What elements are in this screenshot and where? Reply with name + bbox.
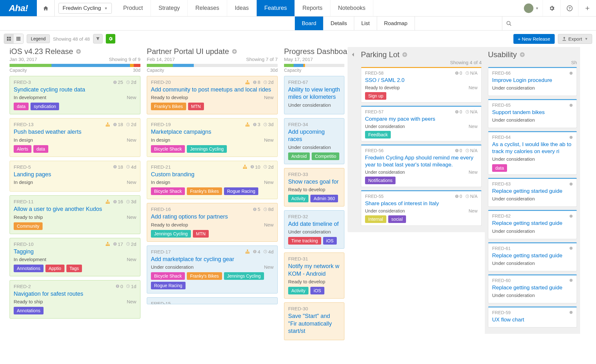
subnav-tab-details[interactable]: Details	[323, 17, 354, 30]
tag[interactable]: Tags	[66, 265, 82, 272]
tag[interactable]: Annotations	[14, 307, 44, 314]
feature-card[interactable]: FRED-33Show races goal forReady to devel…	[284, 168, 344, 206]
feature-card[interactable]: FRED-13! 18 2dPush based weather alertsI…	[10, 118, 140, 157]
tag[interactable]: Franky's Bikes	[151, 103, 186, 110]
feature-card[interactable]: FRED-67Ability to view length miles or k…	[284, 76, 344, 114]
add-icon[interactable]	[578, 0, 596, 16]
tag[interactable]: Alerts	[14, 145, 31, 153]
tag[interactable]: Notifications	[365, 177, 396, 184]
add-feature-icon[interactable]	[76, 49, 81, 54]
feature-card[interactable]: FRED-17! 4 4dAdd marketplace for cycling…	[147, 246, 278, 293]
tag[interactable]: Admin 360	[310, 195, 338, 202]
feature-card[interactable]: FRED-2! 0 1dNavigation for safest routes…	[10, 280, 140, 319]
tag[interactable]: iOS	[310, 287, 324, 294]
feature-card[interactable]: FRED-66Improve Login procedureUnder cons…	[488, 67, 577, 96]
tag[interactable]: data	[33, 145, 48, 153]
tag[interactable]: Activity	[288, 195, 308, 202]
tag[interactable]: Bicycle Shack	[151, 145, 185, 153]
tag[interactable]: Franky's Bikes	[187, 187, 222, 195]
tag[interactable]: Community	[14, 222, 43, 230]
board-settings-button[interactable]	[106, 34, 115, 44]
nav-item-features[interactable]: Features	[257, 0, 295, 16]
tag[interactable]: Franky's Bikes	[187, 272, 222, 280]
tag[interactable]: Activity	[288, 287, 308, 294]
tag[interactable]: Android	[288, 152, 310, 160]
add-feature-icon[interactable]	[519, 52, 525, 57]
nav-item-product[interactable]: Product	[116, 0, 151, 16]
add-feature-icon[interactable]	[232, 49, 237, 54]
tag[interactable]: iOS	[323, 237, 337, 245]
view-card-icon[interactable]	[4, 34, 14, 44]
tag[interactable]: MTN	[188, 103, 204, 110]
card-status: Ready to develop	[151, 222, 188, 227]
feature-card[interactable]: FRED-20! 8 2dAdd community to post meetu…	[147, 76, 278, 114]
feature-card[interactable]: FRED-63Replace getting started guideUnde…	[488, 178, 577, 207]
export-button[interactable]: Export ▼	[558, 34, 592, 44]
feature-card[interactable]: FRED-19! 3 3dMarketplace campaignsIn des…	[147, 118, 278, 157]
subnav-tab-list[interactable]: List	[354, 17, 377, 30]
subnav-tab-roadmap[interactable]: Roadmap	[377, 17, 415, 30]
tag[interactable]: Sign up	[365, 92, 386, 100]
add-feature-icon[interactable]	[402, 52, 408, 57]
settings-icon[interactable]	[543, 0, 560, 16]
feature-card[interactable]: FRED-31Notify my network w KOM - Android…	[284, 253, 344, 299]
view-grid-icon[interactable]	[14, 34, 23, 44]
collapse-icon[interactable]	[351, 51, 356, 58]
tag[interactable]: Jennings Cycling	[151, 230, 191, 238]
app-logo[interactable]: Aha!	[0, 0, 37, 16]
feature-card[interactable]: FRED-55! 0 N/AShare places of interest i…	[361, 190, 482, 226]
filter-button[interactable]	[93, 34, 103, 44]
tag[interactable]: Rogue Racing	[224, 187, 259, 195]
tag[interactable]: Bicycle Shack	[151, 187, 185, 195]
tag[interactable]: Feedback	[365, 131, 391, 138]
feature-card[interactable]: FRED-30Save "Start" and "Fir automatical…	[284, 302, 344, 340]
tag[interactable]: Internal	[365, 215, 386, 223]
tag[interactable]: Jennings Cycling	[187, 145, 227, 153]
feature-card[interactable]: FRED-65Support tandem bikesUnder conside…	[488, 99, 577, 128]
feature-card[interactable]: FRED-64As a cyclist, I would like the ab…	[488, 131, 577, 175]
feature-card[interactable]: FRED-11! 16 3dAllow a user to give anoth…	[10, 195, 140, 234]
tag[interactable]: Competitio	[312, 152, 339, 160]
tag[interactable]: social	[388, 215, 406, 223]
home-icon[interactable]	[37, 0, 55, 16]
nav-item-notebooks[interactable]: Notebooks	[330, 0, 373, 16]
feature-card[interactable]: FRED-60Replace getting started guideUnde…	[488, 274, 577, 303]
feature-card[interactable]: FRED-62Replace getting started guideUnde…	[488, 210, 577, 239]
feature-card[interactable]: FRED-34Add upcoming racesUnder considera…	[284, 118, 344, 164]
feature-card[interactable]: FRED-5! 18 4dLanding pagesIn designNew	[10, 161, 140, 192]
tag[interactable]: data	[492, 164, 507, 172]
feature-card[interactable]: FRED-57! 0 N/ACompare my pace with peers…	[361, 106, 482, 141]
feature-card[interactable]: FRED-59UX flow chart	[488, 307, 577, 327]
tag[interactable]: Bicycle Shack	[151, 272, 185, 280]
tag[interactable]: data	[14, 103, 29, 110]
tag[interactable]: Annotations	[14, 265, 44, 272]
feature-card[interactable]: FRED-21! 10 2dCustom brandingIn designNe…	[147, 161, 278, 199]
nav-item-releases[interactable]: Releases	[188, 0, 227, 16]
tag[interactable]: syndication	[30, 103, 59, 110]
nav-item-reports[interactable]: Reports	[295, 0, 330, 16]
user-menu[interactable]: ▼	[520, 3, 543, 13]
feature-card[interactable]: FRED-32Add date timeline ofUnder conside…	[284, 210, 344, 249]
feature-card[interactable]: FRED-3! 25 2dSyndicate cycling route dat…	[10, 76, 140, 114]
feature-card[interactable]: FRED-61Replace getting started guideUnde…	[488, 242, 577, 271]
feature-card[interactable]: FRED-58! 0 N/ASSO / SAML 2.0Ready to dev…	[361, 67, 482, 103]
new-release-button[interactable]: + New Release	[513, 34, 555, 44]
clock-icon: N/A	[465, 148, 477, 153]
help-icon[interactable]: ?	[560, 0, 578, 16]
product-selector[interactable]: Fredwin Cycling ▼	[58, 3, 112, 14]
feature-card[interactable]: FRED-56! 0 N/AFredwin Cycling App should…	[361, 145, 482, 187]
feature-card[interactable]: FRED-16! 5 8dAdd rating options for part…	[147, 203, 278, 241]
search-box[interactable]	[502, 17, 596, 30]
feature-card[interactable]: FRED-15	[147, 297, 278, 304]
tag[interactable]: Rogue Racing	[151, 282, 186, 289]
feature-card[interactable]: FRED-10! 17 2dTaggingIn developmentNewAn…	[10, 238, 140, 276]
tag[interactable]: Apptio	[45, 265, 64, 272]
tag[interactable]: Jennings Cycling	[224, 272, 264, 280]
tag[interactable]: Time tracking	[288, 237, 321, 245]
tag[interactable]: MTN	[193, 230, 209, 238]
nav-item-ideas[interactable]: Ideas	[227, 0, 257, 16]
legend-button[interactable]: Legend	[27, 34, 50, 43]
svg-point-102	[570, 311, 573, 314]
subnav-tab-board[interactable]: Board	[295, 17, 323, 30]
nav-item-strategy[interactable]: Strategy	[151, 0, 188, 16]
